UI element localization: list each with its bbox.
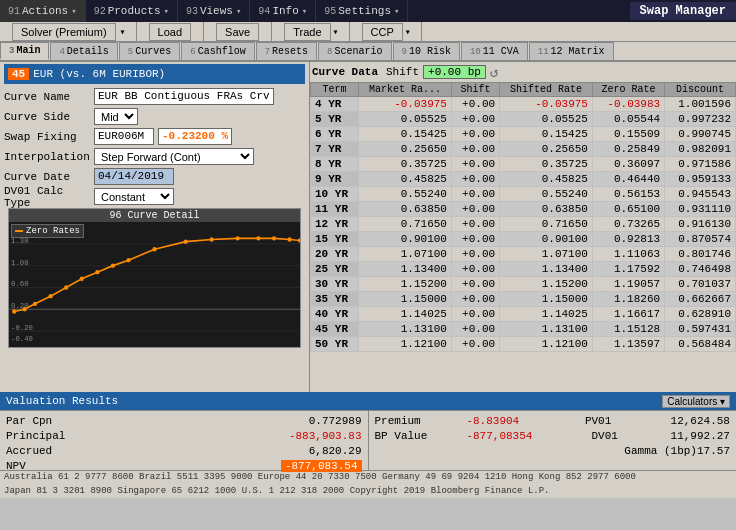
- svg-text:0.20: 0.20: [11, 302, 28, 310]
- dv01-calc-select[interactable]: Constant: [94, 188, 174, 205]
- table-row: 30 YR1.15200+0.001.152001.190570.701037: [311, 277, 736, 292]
- tab-details[interactable]: 4 Details: [50, 42, 117, 60]
- bp-value-value: -877,08354: [466, 430, 532, 442]
- table-cell: 0.25849: [592, 142, 664, 157]
- tab-risk[interactable]: 9 10 Risk: [393, 42, 460, 60]
- table-cell: 0.65100: [592, 202, 664, 217]
- app-title: Swap Manager: [630, 2, 736, 20]
- dv01-calc-label: DV01 Calc Type: [4, 185, 94, 209]
- table-cell: 1.17592: [592, 262, 664, 277]
- table-cell: 0.36097: [592, 157, 664, 172]
- solver-section: Solver (Premium) ▾: [0, 22, 137, 41]
- tab-scenario[interactable]: 8 Scenario: [318, 42, 391, 60]
- svg-point-8: [33, 302, 37, 306]
- table-cell: 0.971586: [665, 157, 736, 172]
- solver-button[interactable]: Solver (Premium): [12, 23, 116, 41]
- menu-views[interactable]: 93 Views ▾: [178, 0, 250, 22]
- ccp-section: CCP ▾: [350, 22, 422, 41]
- gamma-row: Gamma (1bp) 17.57: [375, 443, 731, 458]
- curve-data-header: Curve Data Shift +0.00 bp ↺: [310, 62, 736, 82]
- menu-settings[interactable]: 95 Settings ▾: [316, 0, 408, 22]
- table-cell: 0.05525: [500, 112, 593, 127]
- table-cell: +0.00: [451, 307, 499, 322]
- table-cell: 1.11063: [592, 247, 664, 262]
- interpolation-select[interactable]: Step Forward (Cont): [94, 148, 254, 165]
- valuation-right: Premium -8.83904 PV01 12,624.58 BP Value…: [369, 411, 737, 470]
- table-row: 7 YR0.25650+0.000.256500.258490.982091: [311, 142, 736, 157]
- table-row: 9 YR0.45825+0.000.458250.464400.959133: [311, 172, 736, 187]
- accrued-value: 6,820.29: [309, 445, 362, 457]
- table-row: 12 YR0.71650+0.000.716500.732650.916130: [311, 217, 736, 232]
- save-section: Save: [204, 22, 272, 41]
- curve-table-wrapper: Term Market Ra... Shift Shifted Rate Zer…: [310, 82, 736, 392]
- table-cell: 1.13100: [359, 322, 452, 337]
- status-line-2: Japan 81 3 3201 8900 Singapore 65 6212 1…: [4, 486, 732, 498]
- table-row: 20 YR1.07100+0.001.071001.110630.801746: [311, 247, 736, 262]
- ccp-arrow: ▾: [405, 26, 411, 38]
- menu-info[interactable]: 94 Info ▾: [250, 0, 316, 22]
- table-cell: +0.00: [451, 97, 499, 112]
- interpolation-label: Interpolation: [4, 151, 94, 163]
- curve-side-row: Curve Side Mid: [4, 107, 305, 126]
- svg-point-15: [152, 247, 156, 251]
- table-row: 11 YR0.63850+0.000.638500.651000.931110: [311, 202, 736, 217]
- table-cell: 0.15509: [592, 127, 664, 142]
- tab-matrix[interactable]: 11 12 Matrix: [529, 42, 614, 60]
- menu-products[interactable]: 92 Products ▾: [86, 0, 178, 22]
- tab-resets[interactable]: 7 Resets: [256, 42, 317, 60]
- table-cell: +0.00: [451, 322, 499, 337]
- table-row: 10 YR0.55240+0.000.552400.561530.945543: [311, 187, 736, 202]
- table-row: 45 YR1.13100+0.001.131001.151280.597431: [311, 322, 736, 337]
- table-cell: 0.05525: [359, 112, 452, 127]
- svg-point-20: [272, 236, 276, 240]
- dv01-label: DV01: [591, 430, 631, 442]
- tab-main[interactable]: 3 Main: [0, 42, 49, 60]
- swap-fixing-rate: -0.23200 %: [158, 128, 232, 145]
- svg-point-18: [236, 236, 240, 240]
- table-cell: 50 YR: [311, 337, 359, 352]
- tab-cva[interactable]: 10 11 CVA: [461, 42, 528, 60]
- table-cell: 0.628910: [665, 307, 736, 322]
- ccp-button[interactable]: CCP: [362, 23, 403, 41]
- chart-svg: 1.30 1.00 0.60 0.20 -0.20 -0.40: [9, 222, 300, 342]
- shift-value[interactable]: +0.00 bp: [423, 65, 486, 79]
- table-cell: 0.982091: [665, 142, 736, 157]
- curve-side-select[interactable]: Mid: [94, 108, 138, 125]
- trade-section: Trade ▾: [272, 22, 349, 41]
- svg-point-12: [95, 270, 99, 274]
- save-button[interactable]: Save: [216, 23, 259, 41]
- table-cell: 0.568484: [665, 337, 736, 352]
- trade-arrow: ▾: [333, 26, 339, 38]
- tab-cashflow[interactable]: 6 Cashflow: [181, 42, 254, 60]
- table-cell: 30 YR: [311, 277, 359, 292]
- curve-date-value[interactable]: 04/14/2019: [94, 168, 174, 185]
- chart-area: Zero Rates: [9, 222, 300, 342]
- table-cell: 20 YR: [311, 247, 359, 262]
- table-cell: 0.746498: [665, 262, 736, 277]
- load-button[interactable]: Load: [149, 23, 191, 41]
- curve-data-table: Term Market Ra... Shift Shifted Rate Zer…: [310, 82, 736, 352]
- trade-button[interactable]: Trade: [284, 23, 330, 41]
- table-cell: 45 YR: [311, 322, 359, 337]
- table-cell: 15 YR: [311, 232, 359, 247]
- table-cell: 0.997232: [665, 112, 736, 127]
- refresh-icon[interactable]: ↺: [490, 64, 498, 81]
- left-panel: 45 EUR (vs. 6M EURIBOR) Curve Name EUR B…: [0, 62, 310, 392]
- principal-label: Principal: [6, 430, 65, 442]
- table-cell: 1.15200: [359, 277, 452, 292]
- table-cell: 1.07100: [500, 247, 593, 262]
- accrued-label: Accrued: [6, 445, 52, 457]
- table-cell: 6 YR: [311, 127, 359, 142]
- table-cell: 0.701037: [665, 277, 736, 292]
- valuation-title: Valuation Results: [6, 395, 118, 407]
- table-cell: 5 YR: [311, 112, 359, 127]
- tab-curves[interactable]: 5 Curves: [119, 42, 180, 60]
- valuation-left: Par Cpn 0.772989 Principal -883,903.83 A…: [0, 411, 369, 470]
- menu-actions[interactable]: 91 Actions ▾: [0, 0, 86, 22]
- table-cell: -0.03983: [592, 97, 664, 112]
- table-cell: 0.870574: [665, 232, 736, 247]
- table-cell: 0.71650: [359, 217, 452, 232]
- svg-point-9: [48, 294, 52, 298]
- calculators-button[interactable]: Calculators ▾: [662, 395, 730, 408]
- col-zero: Zero Rate: [592, 83, 664, 97]
